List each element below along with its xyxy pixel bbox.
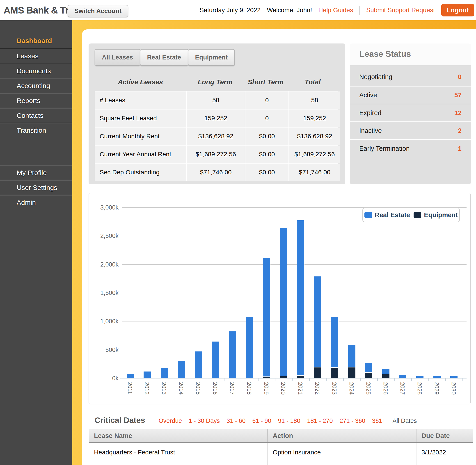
- legend-item-equipment[interactable]: Equipment: [414, 211, 458, 219]
- summary-cell: $136,628.92: [187, 127, 245, 145]
- y-axis-tick-label: 3,000k: [91, 204, 119, 211]
- chart-gridline: [122, 264, 466, 265]
- filter-91---180[interactable]: 91 - 180: [278, 417, 300, 424]
- lease-status-count: 2: [458, 127, 462, 135]
- filter-31---60[interactable]: 31 - 60: [227, 417, 245, 424]
- bar-real-estate-2018[interactable]: [246, 317, 253, 378]
- x-axis-year-label: 2013: [161, 382, 167, 395]
- sidebar-item-transition[interactable]: Transition: [0, 123, 72, 137]
- sidebar-item-admin[interactable]: Admin: [0, 195, 72, 210]
- bar-real-estate-2016[interactable]: [212, 341, 219, 378]
- filter-271---360[interactable]: 271 - 360: [340, 417, 365, 424]
- bar-real-estate-2026[interactable]: [382, 369, 390, 374]
- x-axis-year-label: 2024: [348, 382, 355, 395]
- x-axis-year-label: 2014: [178, 382, 184, 395]
- bar-real-estate-2021[interactable]: [297, 220, 304, 376]
- bar-real-estate-2015[interactable]: [195, 351, 202, 378]
- legend-item-real-estate[interactable]: Real Estate: [364, 211, 410, 219]
- bar-real-estate-2027[interactable]: [399, 375, 407, 378]
- filter-overdue[interactable]: Overdue: [159, 417, 182, 424]
- summary-cell: $0.00: [245, 146, 289, 163]
- lease-status-label: Expired: [359, 109, 381, 117]
- filter-61---90[interactable]: 61 - 90: [252, 417, 271, 424]
- bar-real-estate-2024[interactable]: [348, 345, 356, 367]
- filter-all-dates[interactable]: All Dates: [393, 417, 417, 424]
- critical-dates-row[interactable]: Headquarters - Federal TrustOption Insur…: [89, 443, 473, 462]
- bar-real-estate-2023[interactable]: [331, 317, 338, 368]
- summary-cell: $136,628.92: [289, 127, 340, 145]
- submit-support-link[interactable]: Submit Support Request: [366, 7, 435, 14]
- sidebar-item-leases[interactable]: Leases: [0, 48, 72, 63]
- x-axis-year-label: 2026: [382, 382, 389, 395]
- bar-equipment-2019[interactable]: [263, 377, 270, 378]
- x-axis-tick: [445, 379, 446, 381]
- sidebar-item-accounting[interactable]: Accounting: [0, 78, 72, 93]
- bar-real-estate-2025[interactable]: [365, 362, 373, 372]
- legend-label: Real Estate: [375, 211, 410, 219]
- bar-real-estate-2022[interactable]: [314, 276, 321, 367]
- bar-real-estate-2030[interactable]: [450, 376, 458, 378]
- filter-361-[interactable]: 361+: [372, 417, 386, 424]
- help-guides-link[interactable]: Help Guides: [318, 7, 353, 14]
- logout-button[interactable]: Logout: [441, 4, 474, 16]
- x-axis-tick: [326, 379, 326, 381]
- switch-account-button[interactable]: Switch Account: [68, 5, 128, 17]
- x-axis-year-label: 2021: [297, 382, 303, 395]
- bar-equipment-2025[interactable]: [365, 372, 373, 378]
- summary-column-header: Total: [287, 78, 338, 86]
- bar-real-estate-2014[interactable]: [178, 361, 185, 378]
- sidebar-item-contacts[interactable]: Contacts: [0, 108, 72, 123]
- y-axis-tick-label: 1,500k: [91, 289, 119, 296]
- critical-dates-table: Lease NameActionDue Date Headquarters - …: [89, 429, 473, 465]
- y-axis-tick-label: 2,500k: [91, 232, 119, 240]
- summary-cell: $1,689,272.56: [187, 146, 245, 163]
- chart-gridline: [122, 321, 466, 321]
- bar-real-estate-2029[interactable]: [433, 376, 441, 378]
- tab-equipment[interactable]: Equipment: [188, 49, 235, 66]
- sidebar-item-my-profile[interactable]: My Profile: [0, 165, 72, 180]
- legend-swatch-equipment: [414, 212, 421, 218]
- bar-real-estate-2028[interactable]: [416, 376, 424, 378]
- lease-status-row: Expired12: [350, 104, 471, 121]
- x-axis-year-label: 2023: [331, 382, 338, 395]
- critical-dates-bar: Critical Dates Overdue1 - 30 Days31 - 60…: [95, 416, 446, 425]
- lease-status-label: Inactive: [359, 127, 382, 135]
- sidebar-item-documents[interactable]: Documents: [0, 63, 72, 78]
- bar-equipment-2022[interactable]: [314, 367, 321, 378]
- summary-column-header: Active Leases: [95, 78, 186, 86]
- bar-real-estate-2011[interactable]: [126, 374, 134, 378]
- summary-cell: 58: [289, 92, 340, 109]
- bar-equipment-2023[interactable]: [331, 368, 338, 378]
- lease-status-label: Early Termination: [359, 145, 410, 152]
- sidebar-item-user-settings[interactable]: User Settings: [0, 180, 72, 195]
- critical-dates-cell: Headquarters - Federal Trust: [89, 443, 268, 462]
- lease-status-label: Negotiating: [359, 73, 392, 81]
- bar-equipment-2020[interactable]: [280, 376, 287, 378]
- x-axis-tick: [275, 379, 275, 381]
- bar-equipment-2021[interactable]: [297, 376, 304, 378]
- tab-real-estate[interactable]: Real Estate: [140, 49, 188, 66]
- sidebar-nav: DashboardLeasesDocumentsAccountingReport…: [0, 20, 72, 465]
- sidebar-item-reports[interactable]: Reports: [0, 93, 72, 108]
- bar-real-estate-2017[interactable]: [228, 331, 236, 378]
- bar-equipment-2026[interactable]: [382, 374, 390, 378]
- bar-real-estate-2019[interactable]: [263, 258, 270, 377]
- bar-real-estate-2012[interactable]: [143, 371, 151, 378]
- bar-real-estate-2013[interactable]: [161, 368, 168, 378]
- y-axis-tick-label: 1,000k: [91, 318, 119, 325]
- active-leases-table: Active LeasesLong TermShort TermTotal # …: [95, 73, 338, 181]
- tab-all-leases[interactable]: All Leases: [95, 49, 141, 66]
- y-axis-tick-label: 500k: [91, 347, 119, 353]
- critical-dates-cell: 3/1/2022: [416, 443, 473, 462]
- filter-181---270[interactable]: 181 - 270: [307, 417, 333, 424]
- bar-real-estate-2020[interactable]: [280, 228, 287, 376]
- summary-row-label: Square Feet Leased: [95, 109, 186, 127]
- bar-equipment-2024[interactable]: [348, 367, 356, 378]
- lease-status-row: Inactive2: [350, 121, 471, 139]
- filter-1---30-days[interactable]: 1 - 30 Days: [189, 417, 220, 424]
- critical-dates-row-partial: [89, 462, 473, 465]
- summary-cell: $0.00: [245, 164, 289, 181]
- sidebar-item-dashboard[interactable]: Dashboard: [0, 33, 72, 48]
- x-axis-tick: [411, 379, 412, 381]
- x-axis-tick: [463, 379, 463, 381]
